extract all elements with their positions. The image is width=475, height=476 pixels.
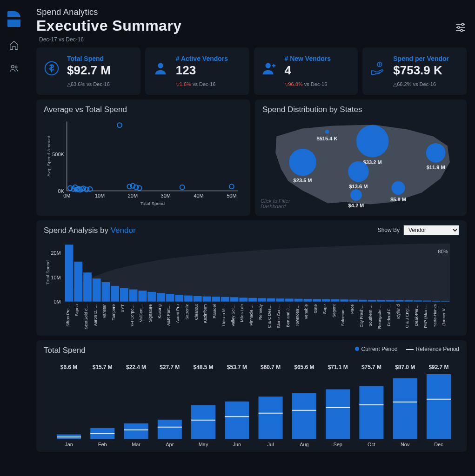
svg-rect-81 bbox=[157, 293, 165, 301]
card-title: # New Vendors bbox=[285, 55, 331, 62]
svg-text:Remedy: Remedy bbox=[258, 304, 263, 320]
svg-point-53 bbox=[392, 181, 405, 195]
svg-rect-77 bbox=[138, 291, 147, 301]
svg-text:Mar: Mar bbox=[132, 442, 140, 447]
svg-rect-139 bbox=[423, 301, 431, 302]
scatter-chart[interactable]: 0M10M20M30M40M50M0K500KAvg. Spend Amount… bbox=[44, 114, 243, 207]
svg-text:A&R Part…: A&R Part… bbox=[167, 304, 171, 326]
card-delta: ▽1.6% vs Dec-16 bbox=[176, 81, 228, 87]
svg-rect-153 bbox=[124, 423, 148, 439]
card-spend-per-vendor[interactable]: Spend per Vendor $753.9 K △66.2% vs Dec-… bbox=[362, 47, 467, 95]
card-total-spend[interactable]: Total Spend $92.7 M △63.6% vs Dec-16 bbox=[36, 47, 140, 95]
svg-rect-185 bbox=[393, 378, 417, 439]
svg-text:Pinnacle …: Pinnacle … bbox=[249, 304, 254, 326]
svg-text:$75.7 M: $75.7 M bbox=[361, 364, 381, 370]
svg-text:$87.0 M: $87.0 M bbox=[395, 364, 415, 370]
svg-point-51 bbox=[350, 189, 362, 201]
svg-text:Ben and J…: Ben and J… bbox=[286, 304, 290, 327]
svg-text:0M: 0M bbox=[63, 193, 70, 198]
svg-text:0M: 0M bbox=[54, 299, 61, 304]
svg-text:Aug: Aug bbox=[300, 442, 308, 447]
svg-text:Clearout: Clearout bbox=[194, 304, 199, 320]
svg-rect-127 bbox=[368, 300, 376, 302]
us-map-chart[interactable]: $515.4 K$33.2 M$23.5 M$13.6 M$11.9 M$4.2… bbox=[262, 118, 459, 211]
svg-rect-169 bbox=[259, 397, 283, 439]
svg-text:Deak-Per…: Deak-Per… bbox=[414, 304, 419, 326]
card-delta: ▽96.8% vs Dec-16 bbox=[285, 81, 331, 87]
settings-sliders-icon[interactable] bbox=[455, 21, 467, 33]
svg-text:ScotGold d…: ScotGold d… bbox=[84, 304, 88, 329]
card-active-vendors[interactable]: # Active Vendors 123 ▽1.6% vs Dec-16 bbox=[145, 47, 249, 95]
svg-text:$4.2 M: $4.2 M bbox=[348, 203, 364, 208]
svg-text:XYT: XYT bbox=[120, 304, 125, 312]
svg-rect-107 bbox=[276, 298, 284, 302]
svg-text:Sifton Pro…: Sifton Pro… bbox=[66, 304, 70, 327]
svg-point-41 bbox=[325, 130, 329, 134]
svg-rect-177 bbox=[326, 389, 350, 439]
svg-text:Stone Con…: Stone Con… bbox=[276, 304, 281, 328]
svg-text:Total Spend: Total Spend bbox=[45, 260, 50, 284]
svg-rect-137 bbox=[414, 300, 422, 301]
svg-point-3 bbox=[462, 23, 463, 25]
svg-rect-101 bbox=[248, 298, 257, 302]
svg-text:40M: 40M bbox=[194, 193, 203, 198]
period-subtitle: Dec-17 vs Dec-16 bbox=[39, 36, 182, 43]
svg-text:$48.5 M: $48.5 M bbox=[194, 364, 214, 370]
svg-rect-133 bbox=[395, 300, 404, 302]
svg-text:$60.7 M: $60.7 M bbox=[261, 364, 281, 370]
svg-text:Idyllwild: Idyllwild bbox=[396, 304, 401, 319]
svg-rect-129 bbox=[377, 300, 385, 301]
svg-text:Signature: Signature bbox=[148, 304, 153, 322]
svg-rect-125 bbox=[359, 300, 367, 302]
svg-text:$13.6 M: $13.6 M bbox=[349, 184, 368, 189]
svg-text:Aaron D. …: Aaron D. … bbox=[93, 304, 98, 326]
show-by-select[interactable]: Vendor bbox=[403, 225, 459, 235]
svg-rect-79 bbox=[147, 292, 156, 302]
svg-text:Segent: Segent bbox=[332, 304, 336, 317]
vendor-panel: Spend Analysis by Vendor Show By Vendor … bbox=[36, 220, 467, 336]
svg-rect-121 bbox=[340, 299, 348, 301]
people-icon[interactable] bbox=[9, 63, 19, 73]
svg-rect-73 bbox=[120, 288, 128, 302]
svg-text:Oct: Oct bbox=[368, 442, 375, 447]
svg-rect-189 bbox=[427, 374, 451, 439]
sidebar bbox=[0, 0, 28, 476]
scatter-panel: Average vs Total Spend 0M10M20M30M40M50M… bbox=[36, 99, 250, 216]
svg-text:May: May bbox=[199, 442, 208, 447]
card-new-vendors[interactable]: # New Vendors 4 ▽96.8% vs Dec-16 bbox=[254, 47, 358, 95]
svg-point-40 bbox=[229, 184, 234, 189]
svg-rect-181 bbox=[359, 386, 383, 439]
svg-text:C & C Des…: C & C Des… bbox=[267, 304, 272, 328]
card-delta: △63.6% vs Dec-16 bbox=[67, 81, 111, 87]
spend-bar-chart[interactable]: $6.6 MJan$15.7 MFeb$22.4 MMar$27.7 MApr$… bbox=[44, 358, 459, 451]
svg-point-7 bbox=[461, 29, 462, 31]
svg-rect-83 bbox=[166, 294, 174, 302]
show-by-label: Show By bbox=[378, 227, 400, 233]
home-icon[interactable] bbox=[9, 40, 19, 50]
svg-point-47 bbox=[348, 161, 369, 182]
svg-point-38 bbox=[137, 185, 142, 190]
legend-dot-icon bbox=[355, 347, 359, 351]
svg-text:$71.1 M: $71.1 M bbox=[328, 364, 348, 370]
card-value: $753.9 K bbox=[393, 63, 449, 78]
svg-rect-99 bbox=[239, 298, 248, 301]
vendor-bar-chart[interactable]: 0M10M20MTotal Spend80%Sifton Pro…SigmaSc… bbox=[44, 235, 459, 331]
svg-text:Feb: Feb bbox=[98, 442, 107, 447]
svg-text:10M: 10M bbox=[51, 275, 60, 280]
svg-text:Sep: Sep bbox=[333, 442, 342, 447]
svg-text:Renegade …: Renegade … bbox=[377, 304, 382, 329]
svg-rect-165 bbox=[225, 402, 249, 439]
svg-rect-69 bbox=[102, 282, 110, 302]
svg-text:$6.6 M: $6.6 M bbox=[60, 364, 77, 370]
svg-rect-103 bbox=[258, 298, 266, 301]
svg-rect-157 bbox=[158, 420, 182, 439]
legend-line-icon bbox=[406, 349, 414, 350]
svg-text:20M: 20M bbox=[128, 193, 138, 198]
svg-rect-143 bbox=[441, 301, 449, 302]
svg-text:Total Spend: Total Spend bbox=[140, 201, 165, 206]
svg-text:C & J Engi…: C & J Engi… bbox=[405, 304, 409, 328]
svg-text:20M: 20M bbox=[51, 250, 60, 256]
svg-text:Sigma: Sigma bbox=[74, 304, 79, 316]
svg-text:Unison M…: Unison M… bbox=[221, 304, 226, 326]
svg-text:PAP (Main…: PAP (Main… bbox=[423, 304, 428, 328]
